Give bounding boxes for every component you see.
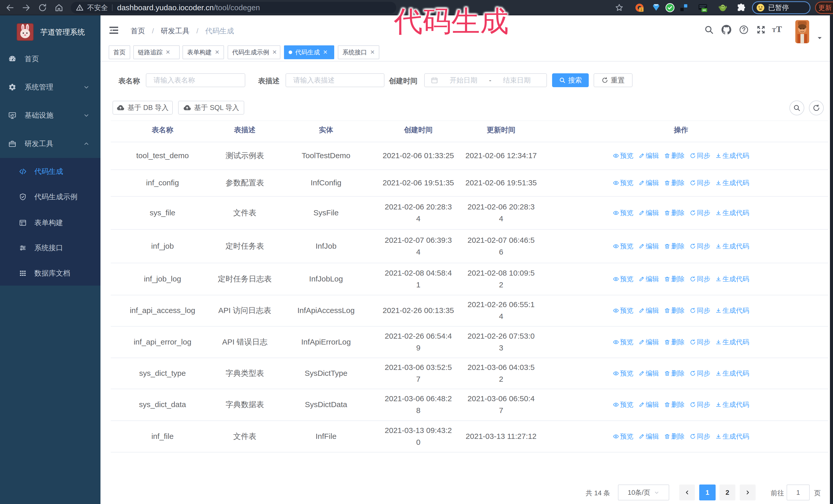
svg-text:on: on <box>703 8 706 11</box>
svg-text:1: 1 <box>641 8 642 11</box>
